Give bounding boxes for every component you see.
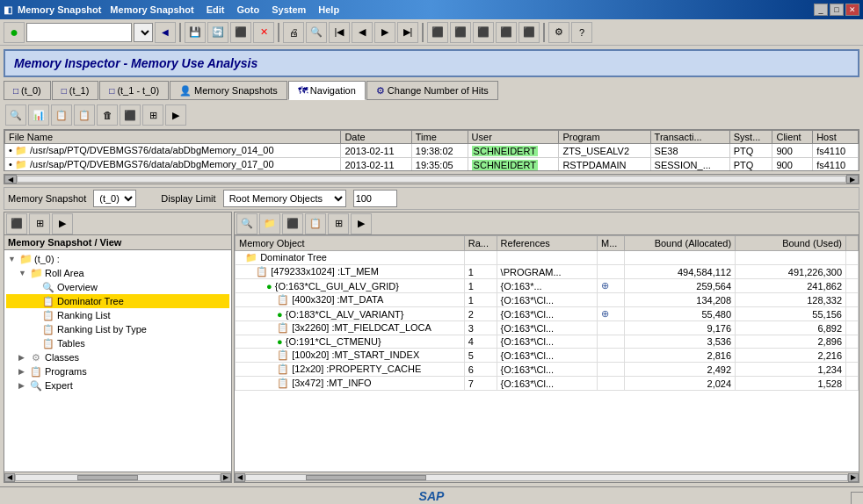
lp-btn3[interactable]: ▶	[52, 213, 73, 234]
toolbar-btn1[interactable]: ⬛	[427, 22, 448, 43]
first-button[interactable]: |◀	[329, 22, 350, 43]
tab-t1[interactable]: □ (t_1)	[52, 81, 99, 100]
lp-grid[interactable]: ⊞	[29, 213, 50, 234]
right-pane-hscroll[interactable]: ◀ ▶	[235, 472, 859, 482]
file-table-hscroll[interactable]: ◀ ▶	[4, 174, 859, 184]
print-button[interactable]: 🖨	[283, 22, 304, 43]
tree-item-tables[interactable]: 📋 Tables	[6, 336, 229, 350]
limit-input[interactable]	[353, 190, 397, 207]
tb2-btn1[interactable]: 🔍	[5, 104, 26, 126]
app-icon: ◧	[4, 4, 12, 16]
menu-memory-snapshot[interactable]: Memory Snapshot	[106, 4, 197, 15]
tab-navigation-label: Navigation	[310, 85, 356, 96]
tab-t1-t0-label: (t_1 - t_0)	[117, 85, 159, 96]
tree-item-overview[interactable]: 🔍 Overview	[6, 280, 229, 294]
data-row-9[interactable]: 📋 [3x472] :MT_INFO 7 {O:163*\Cl... 2,024…	[236, 377, 859, 391]
data-row-7[interactable]: 📋 [100x20] :MT_START_INDEX 5 {O:163*\Cl.…	[236, 349, 859, 363]
menu-goto[interactable]: Goto	[234, 4, 264, 15]
menu-help[interactable]: Help	[315, 4, 343, 15]
toolbar-btn2[interactable]: ⬛	[450, 22, 471, 43]
toolbar-dropdown[interactable]	[134, 23, 153, 42]
help-button[interactable]: ?	[571, 22, 592, 43]
lp-btn1[interactable]: ⬛	[6, 213, 27, 234]
tb2-grid[interactable]: ⊞	[142, 104, 163, 126]
tree-item-t0[interactable]: ▼ 📁 (t_0) :	[6, 252, 229, 266]
resize-handle[interactable]	[851, 492, 863, 504]
next-button[interactable]: ▶	[374, 22, 395, 43]
tree-item-roll-area[interactable]: ▼ 📁 Roll Area	[6, 266, 229, 280]
stop-button[interactable]: ⬛	[230, 22, 251, 43]
rp-btn6[interactable]: ▶	[351, 213, 372, 234]
window-title: Memory Snapshot	[18, 4, 101, 15]
data-row-5[interactable]: 📋 [3x2260] :MT_FIELDCAT_LOCA 3 {O:163*\C…	[236, 321, 859, 335]
rp-grid[interactable]: ⊞	[328, 213, 349, 234]
data-row-3[interactable]: 📋 [400x320] :MT_DATA 1 {O:163*\Cl... 134…	[236, 293, 859, 307]
tree-item-ranking-list[interactable]: 📋 Ranking List	[6, 308, 229, 322]
tree-item-dominator-tree[interactable]: 📋 Dominator Tree	[6, 294, 229, 308]
file-row-1[interactable]: • 📁 /usr/sap/PTQ/DVEBMGS76/data/abDbgMem…	[5, 144, 859, 158]
col-transaction: Transacti...	[650, 131, 729, 144]
close-button[interactable]: ✕	[845, 4, 859, 16]
command-input[interactable]	[26, 23, 132, 42]
sap-logo: SAP	[419, 489, 445, 503]
cancel-button[interactable]: ✕	[253, 22, 274, 43]
data-row-0[interactable]: 📁 Dominator Tree	[236, 251, 859, 265]
toolbar-btn4[interactable]: ⬛	[496, 22, 517, 43]
toolbar-green-dot[interactable]: ●	[4, 22, 25, 43]
left-pane-hscroll[interactable]: ◀ ▶	[4, 472, 231, 482]
right-pane-toolbar: 🔍 📁 ⬛ 📋 ⊞ ▶	[235, 212, 859, 235]
col-rank: Ra...	[464, 236, 497, 251]
tab-t0[interactable]: □ (t_0)	[4, 81, 51, 100]
last-button[interactable]: ▶|	[397, 22, 418, 43]
tb2-btn5[interactable]: ⬛	[120, 104, 141, 126]
tab-t1-t0[interactable]: □ (t_1 - t_0)	[99, 81, 169, 100]
rp-btn3[interactable]: ⬛	[282, 213, 303, 234]
maximize-button[interactable]: □	[830, 4, 844, 16]
prev-button[interactable]: ◀	[352, 22, 373, 43]
tb2-delete[interactable]: 🗑	[97, 104, 118, 126]
data-row-2[interactable]: ● {O:163*CL_GUI_ALV_GRID} 1 {O:163*... ⊕…	[236, 279, 859, 293]
rp-btn4[interactable]: 📋	[305, 213, 326, 234]
tb2-btn4[interactable]: 📋	[74, 104, 95, 126]
data-table: Memory Object Ra... References M... Boun…	[235, 235, 859, 391]
tab-mem-snap-icon: 👤	[179, 85, 192, 97]
tb2-btn2[interactable]: 📊	[28, 104, 49, 126]
file-row-2[interactable]: • 📁 /usr/sap/PTQ/DVEBMGS76/data/abDbgMem…	[5, 158, 859, 172]
tree-item-programs[interactable]: ▶ 📋 Programs	[6, 364, 229, 378]
rp-btn1[interactable]: 🔍	[236, 213, 257, 234]
tree-item-expert[interactable]: ▶ 🔍 Expert	[6, 378, 229, 392]
data-row-1[interactable]: 📋 [479233x1024] :LT_MEM 1 \PROGRAM... 49…	[236, 265, 859, 279]
rp-btn2[interactable]: 📁	[259, 213, 280, 234]
tab-navigation[interactable]: 🗺 Navigation	[288, 81, 366, 100]
col-user: User	[468, 131, 559, 144]
status-bar: SAP	[0, 486, 863, 504]
menu-edit[interactable]: Edit	[203, 4, 228, 15]
left-pane-toolbar: ⬛ ⊞ ▶	[4, 212, 231, 235]
menu-system[interactable]: System	[268, 4, 309, 15]
tree-item-classes[interactable]: ▶ ⚙ Classes	[6, 350, 229, 364]
tb2-btn6[interactable]: ▶	[165, 104, 186, 126]
app-header: Memory Inspector - Memory Use Analysis	[4, 49, 859, 77]
minimize-button[interactable]: _	[814, 4, 828, 16]
find-button[interactable]: 🔍	[306, 22, 327, 43]
back-button[interactable]: ◀	[155, 22, 176, 43]
display-limit-select[interactable]: Root Memory Objects	[223, 190, 346, 207]
toolbar-btn3[interactable]: ⬛	[473, 22, 494, 43]
col-filename: File Name	[5, 131, 341, 144]
toolbar-btn5[interactable]: ⬛	[519, 22, 540, 43]
tab-change-hits-icon: ⚙	[376, 85, 385, 97]
tree-item-ranking-list-type[interactable]: 📋 Ranking List by Type	[6, 322, 229, 336]
main-toolbar: ● ◀ 💾 🔄 ⬛ ✕ 🖨 🔍 |◀ ◀ ▶ ▶| ⬛ ⬛ ⬛ ⬛ ⬛ ⚙ ?	[0, 19, 863, 46]
data-row-4[interactable]: ● {O:183*CL_ALV_VARIANT} 2 {O:163*\Cl...…	[236, 307, 859, 321]
data-row-6[interactable]: ● {O:191*CL_CTMENU} 4 {O:163*\Cl... 3,53…	[236, 335, 859, 349]
col-used: Bound (Used)	[736, 236, 846, 251]
settings-button[interactable]: ⚙	[548, 22, 569, 43]
tb2-btn3[interactable]: 📋	[51, 104, 72, 126]
save-button[interactable]: 💾	[185, 22, 206, 43]
tab-memory-snapshots[interactable]: 👤 Memory Snapshots	[170, 81, 287, 100]
tab-change-hits[interactable]: ⚙ Change Number of Hits	[366, 81, 498, 100]
snapshot-select[interactable]: (t_0)	[93, 190, 136, 207]
left-pane-header: Memory Snapshot / View	[4, 235, 231, 250]
refresh-button[interactable]: 🔄	[207, 22, 228, 43]
data-row-8[interactable]: 📋 [12x20] :PROPERTY_CACHE 6 {O:163*\Cl..…	[236, 363, 859, 377]
